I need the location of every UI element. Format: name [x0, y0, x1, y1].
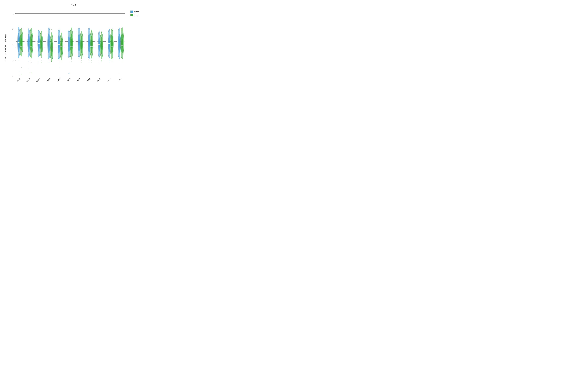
- svg-point-85: [58, 30, 59, 31]
- svg-point-136: [89, 30, 89, 30]
- svg-point-156: [99, 60, 99, 61]
- svg-point-113: [71, 59, 72, 60]
- svg-point-77: [51, 29, 52, 30]
- svg-point-33: [28, 63, 29, 63]
- svg-point-190: [119, 29, 119, 29]
- svg-point-66: [48, 28, 49, 28]
- x-label-hnsc: HNSC: [46, 78, 51, 83]
- svg-point-79: [51, 63, 52, 63]
- svg-point-175: [109, 62, 109, 62]
- svg-point-180: [112, 31, 112, 31]
- chart-container: FUS mRNA Expression (RNASeq V2, log2) 10: [3, 2, 144, 90]
- svg-point-102: [69, 31, 69, 32]
- svg-point-183: [112, 60, 112, 60]
- y-tick-11: 11: [12, 59, 13, 61]
- y-tick-13: 13: [12, 28, 13, 30]
- svg-point-105: [69, 73, 69, 74]
- svg-point-22: [21, 56, 21, 57]
- main-chart-svg: 10 11 12 13 14: [8, 7, 128, 89]
- svg-point-197: [121, 38, 123, 48]
- svg-point-34: [28, 68, 29, 69]
- svg-point-69: [49, 60, 49, 61]
- svg-point-44: [31, 73, 32, 73]
- svg-point-43: [31, 62, 32, 63]
- plot-svg-area: 10 11 12 13 14: [8, 7, 128, 89]
- legend-item-tumor: Tumor: [130, 10, 144, 13]
- y-axis-label: mRNA Expression (RNASeq V2, log2): [3, 7, 8, 89]
- svg-point-96: [61, 60, 62, 60]
- svg-point-189: [119, 30, 120, 31]
- svg-point-171: [109, 31, 109, 31]
- svg-point-166: [101, 62, 102, 62]
- svg-point-173: [109, 30, 110, 31]
- svg-point-120: [78, 29, 79, 29]
- svg-point-139: [89, 30, 89, 31]
- svg-point-67: [49, 29, 49, 29]
- svg-point-24: [21, 74, 21, 75]
- svg-point-123: [79, 62, 79, 62]
- svg-point-70: [49, 62, 49, 63]
- svg-point-78: [51, 61, 52, 62]
- svg-point-14: [18, 60, 19, 60]
- svg-point-12: [19, 30, 19, 31]
- svg-point-104: [69, 60, 69, 61]
- svg-point-41: [31, 29, 32, 30]
- x-label-ucec: UCEC: [116, 78, 121, 83]
- svg-point-164: [101, 31, 102, 32]
- svg-point-20: [21, 30, 21, 30]
- y-tick-14: 14: [12, 13, 13, 14]
- y-tick-12: 12: [12, 44, 13, 45]
- x-label-luad: LUAD: [76, 78, 81, 82]
- svg-point-110: [71, 30, 72, 30]
- svg-point-131: [81, 62, 82, 63]
- legend: Tumor Normal: [128, 7, 144, 89]
- svg-point-199: [122, 30, 122, 31]
- svg-point-158: [99, 64, 99, 64]
- legend-box-normal: [130, 14, 133, 17]
- svg-point-11: [18, 29, 19, 30]
- svg-point-163: [101, 32, 102, 33]
- svg-point-31: [29, 29, 29, 30]
- svg-point-200: [122, 29, 122, 29]
- x-label-coad: COAD: [36, 78, 41, 83]
- svg-point-149: [91, 62, 92, 63]
- x-label-kich: KICH: [57, 78, 61, 82]
- svg-point-68: [49, 32, 49, 32]
- legend-item-normal: Normal: [130, 14, 144, 17]
- svg-point-201: [122, 30, 123, 30]
- svg-point-75: [51, 33, 52, 34]
- plot-and-legend: 10 11 12 13 14: [8, 7, 144, 89]
- svg-point-97: [61, 62, 62, 62]
- svg-point-23: [21, 67, 22, 68]
- svg-point-108: [71, 39, 72, 49]
- svg-point-157: [99, 62, 99, 62]
- svg-point-21: [21, 29, 21, 29]
- svg-point-146: [91, 31, 92, 32]
- svg-point-86: [59, 31, 60, 31]
- svg-point-121: [79, 29, 79, 30]
- svg-point-50: [38, 30, 39, 31]
- svg-point-32: [28, 61, 29, 62]
- svg-point-191: [119, 30, 120, 30]
- svg-point-141: [89, 62, 89, 62]
- svg-point-114: [71, 61, 72, 62]
- svg-point-59: [41, 60, 42, 61]
- svg-point-52: [39, 64, 39, 64]
- svg-point-184: [112, 62, 112, 62]
- svg-point-15: [19, 71, 19, 71]
- svg-point-138: [89, 29, 90, 30]
- svg-point-89: [59, 67, 59, 68]
- svg-point-88: [59, 63, 59, 63]
- x-label-lusc: LUSC: [86, 78, 91, 82]
- svg-point-29: [28, 30, 29, 30]
- svg-point-203: [122, 62, 122, 62]
- svg-point-126: [81, 41, 82, 49]
- x-label-blca: BLCA: [16, 78, 21, 82]
- svg-point-182: [112, 30, 112, 31]
- svg-point-49: [39, 31, 39, 32]
- svg-point-155: [99, 30, 99, 31]
- svg-point-58: [41, 30, 41, 31]
- svg-point-103: [69, 30, 69, 31]
- chart-area: mRNA Expression (RNASeq V2, log2) 10 11: [3, 7, 144, 89]
- svg-point-130: [81, 60, 82, 61]
